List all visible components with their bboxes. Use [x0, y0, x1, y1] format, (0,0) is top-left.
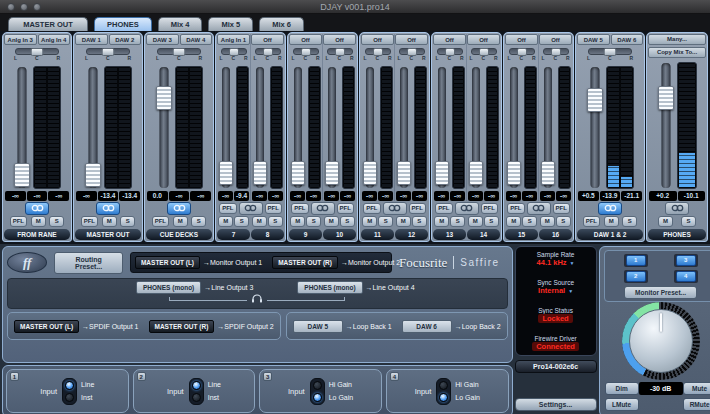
copy-mix-to-button[interactable]: Copy Mix To... — [648, 47, 706, 58]
line-radio-button[interactable] — [192, 381, 201, 390]
volume-fader[interactable] — [396, 66, 411, 189]
stereo-link-button[interactable] — [383, 202, 407, 215]
volume-fader[interactable] — [290, 66, 305, 189]
source-select-button[interactable]: Off — [323, 34, 356, 45]
monitor-preset-2-button[interactable]: 2 — [626, 271, 646, 282]
fader-handle[interactable] — [397, 161, 411, 185]
fader-handle[interactable] — [541, 161, 555, 185]
source-select-button[interactable]: DAW 3 — [146, 34, 179, 45]
source-select-button[interactable]: Off — [539, 34, 572, 45]
pan-handle[interactable] — [517, 48, 527, 56]
fader-handle[interactable] — [363, 161, 377, 185]
volume-fader[interactable] — [218, 66, 233, 189]
fader-handle[interactable] — [219, 161, 233, 185]
source-select-button[interactable]: Off — [361, 34, 394, 45]
source-select-button[interactable]: Off — [289, 34, 322, 45]
mute-button[interactable]: M — [468, 216, 483, 227]
solo-button[interactable]: S — [268, 216, 283, 227]
solo-button[interactable]: S — [49, 216, 64, 227]
fader-handle[interactable] — [85, 163, 101, 187]
lo-gain-radio-button[interactable] — [439, 393, 448, 402]
settings-button[interactable]: Settings... — [515, 398, 597, 411]
pfl-button[interactable]: PFL — [81, 216, 98, 227]
knob-face[interactable] — [629, 309, 693, 373]
pan-slider[interactable]: LCR — [251, 45, 284, 64]
routing-source-button[interactable]: DAW 6 — [402, 320, 452, 333]
many-sources-button[interactable]: Many... — [648, 34, 706, 45]
pfl-button[interactable]: PFL — [583, 216, 600, 227]
solo-button[interactable]: S — [306, 216, 321, 227]
pan-handle[interactable] — [173, 48, 186, 56]
pfl-button[interactable]: PFL — [481, 203, 498, 214]
source-select-button[interactable]: DAW 6 — [611, 34, 644, 45]
pfl-button[interactable]: PFL — [152, 216, 169, 227]
routing-source-button[interactable]: PHONES (mono) — [297, 281, 362, 294]
lo-gain-radio-button[interactable] — [313, 393, 322, 402]
pan-slider[interactable]: LCR — [217, 45, 250, 64]
source-select-button[interactable]: Anlg In 1 — [217, 34, 250, 45]
mute-button[interactable]: M — [362, 216, 377, 227]
solo-button[interactable]: S — [191, 216, 206, 227]
solo-button[interactable]: S — [412, 216, 427, 227]
pan-handle[interactable] — [479, 48, 489, 56]
mute-button[interactable]: M — [252, 216, 267, 227]
pan-handle[interactable] — [31, 48, 44, 56]
pan-handle[interactable] — [445, 48, 455, 56]
volume-fader[interactable] — [84, 66, 101, 189]
pan-slider[interactable]: LCR — [577, 45, 643, 64]
stereo-link-button[interactable] — [455, 202, 479, 215]
zoom-window-button[interactable] — [33, 3, 41, 11]
tab-master-out[interactable]: MASTER OUT — [8, 17, 88, 31]
fader-handle[interactable] — [156, 86, 172, 110]
stereo-link-button[interactable] — [665, 202, 689, 215]
volume-fader[interactable] — [13, 66, 30, 189]
pfl-button[interactable]: PFL — [291, 203, 308, 214]
pan-slider[interactable]: LCR — [467, 45, 500, 64]
mute-button[interactable]: M — [604, 216, 619, 227]
source-select-button[interactable]: Off — [251, 34, 284, 45]
pfl-button[interactable]: PFL — [337, 203, 354, 214]
pan-handle[interactable] — [604, 48, 617, 56]
inst-radio-button[interactable] — [65, 393, 74, 402]
fader-handle[interactable] — [507, 161, 521, 185]
mute-button[interactable]: M — [290, 216, 305, 227]
line-radio-button[interactable] — [65, 381, 74, 390]
fader-handle[interactable] — [469, 161, 483, 185]
source-select-button[interactable]: Anlg In 3 — [4, 34, 37, 45]
stereo-link-button[interactable] — [239, 202, 263, 215]
routing-source-button[interactable]: DAW 5 — [293, 320, 343, 333]
stereo-link-button[interactable] — [96, 202, 120, 215]
mute-button[interactable]: M — [31, 216, 46, 227]
solo-button[interactable]: S — [522, 216, 537, 227]
source-select-button[interactable]: Off — [505, 34, 538, 45]
monitor-preset-3-button[interactable]: 3 — [676, 255, 696, 266]
routing-preset-button[interactable]: Routing Preset... — [54, 252, 123, 274]
source-select-button[interactable]: DAW 1 — [75, 34, 108, 45]
monitor-preset-4-button[interactable]: 4 — [676, 271, 696, 282]
dropdown-arrow-icon[interactable]: ▼ — [570, 260, 575, 266]
mute-button[interactable]: M — [324, 216, 339, 227]
pan-slider[interactable]: LCR — [539, 45, 572, 64]
mute-button[interactable]: M — [102, 216, 117, 227]
pfl-button[interactable]: PFL — [553, 203, 570, 214]
mute-button[interactable]: M — [218, 216, 233, 227]
pan-handle[interactable] — [335, 48, 345, 56]
stereo-link-button[interactable] — [167, 202, 191, 215]
pfl-button[interactable]: PFL — [265, 203, 282, 214]
pfl-button[interactable]: PFL — [363, 203, 380, 214]
tab-mix4[interactable]: Mix 4 — [158, 17, 203, 31]
monitor-preset-menu-button[interactable]: Monitor Preset... — [624, 286, 697, 299]
pan-handle[interactable] — [263, 48, 273, 56]
volume-fader[interactable] — [468, 66, 483, 189]
stereo-link-button[interactable] — [527, 202, 551, 215]
volume-fader[interactable] — [506, 66, 521, 189]
source-select-button[interactable]: Anlg In 4 — [38, 34, 71, 45]
source-select-button[interactable]: DAW 5 — [577, 34, 610, 45]
routing-source-button[interactable]: PHONES (mono) — [136, 281, 201, 294]
mute-button[interactable]: M — [396, 216, 411, 227]
solo-button[interactable]: S — [378, 216, 393, 227]
source-select-button[interactable]: DAW 2 — [109, 34, 142, 45]
mute-button[interactable]: M — [173, 216, 188, 227]
solo-button[interactable]: S — [681, 216, 696, 227]
fader-handle[interactable] — [325, 161, 339, 185]
